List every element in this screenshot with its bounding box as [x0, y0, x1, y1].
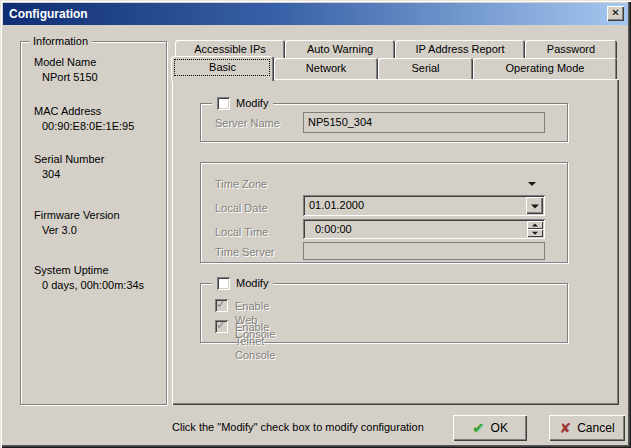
modify-console-checkbox[interactable]	[217, 277, 230, 290]
close-button[interactable]: ✕	[607, 6, 624, 21]
server-name-input[interactable]: NP5150_304	[303, 112, 545, 133]
check-icon: ✓	[216, 297, 226, 311]
info-value: 304	[34, 167, 104, 182]
info-value: 0 days, 00h:00m:34s	[34, 278, 144, 293]
tab-label: IP Address Report	[415, 43, 504, 55]
tab-focus-rect	[174, 59, 270, 76]
enable-web-console-checkbox[interactable]: ✓	[215, 299, 228, 312]
ok-button[interactable]: ✔ OK	[453, 415, 527, 441]
local-time-value: 0:00:00	[315, 219, 352, 239]
info-field-firmware-version: Firmware Version Ver 3.0	[34, 208, 120, 238]
time-zone-combo[interactable]	[303, 173, 545, 191]
tab-operating-mode[interactable]: Operating Mode	[473, 58, 617, 79]
info-field-serial-number: Serial Number 304	[34, 152, 104, 182]
local-time-spinner[interactable]: 0:00:00	[303, 219, 545, 239]
window-title: Configuration	[9, 7, 88, 21]
time-server-label: Time Server	[215, 245, 275, 259]
tab-label: Password	[547, 43, 595, 55]
tab-label: Network	[306, 62, 346, 74]
chevron-down-icon	[532, 232, 538, 235]
tab-label: Accessible IPs	[194, 43, 266, 55]
cancel-button[interactable]: ✘ Cancel	[549, 415, 625, 441]
tab-ip-address-report[interactable]: IP Address Report	[395, 40, 525, 59]
server-name-value: NP5150_304	[308, 116, 372, 128]
tab-network[interactable]: Network	[274, 58, 378, 79]
footer-hint-text: Click the "Modify" check box to modify c…	[172, 414, 424, 440]
info-label: Firmware Version	[34, 208, 120, 223]
spin-up-button[interactable]	[527, 221, 543, 229]
tab-label: Serial	[411, 62, 439, 74]
info-label: System Uptime	[34, 263, 144, 278]
time-server-input[interactable]	[303, 242, 545, 260]
chevron-down-icon	[531, 204, 539, 208]
modify-server-checkbox-row[interactable]: Modify	[212, 96, 273, 110]
chevron-up-icon	[532, 224, 538, 227]
tab-label: Auto Warning	[307, 43, 373, 55]
local-time-label: Local Time	[215, 225, 268, 239]
modify-console-label: Modify	[236, 277, 268, 290]
tab-password[interactable]: Password	[525, 40, 617, 59]
info-value: Ver 3.0	[34, 223, 120, 238]
enable-telnet-console-label: Enable Telnet Console	[235, 320, 275, 362]
time-settings-group: Time Zone Local Date 01.01.2000 Local Ti…	[200, 162, 568, 263]
info-field-mac-address: MAC Address 00:90:E8:0E:1E:95	[34, 104, 134, 134]
information-group-title: Information	[29, 35, 92, 48]
tab-auto-warning[interactable]: Auto Warning	[285, 40, 395, 59]
server-name-label: Server Name	[215, 116, 280, 130]
info-field-model-name: Model Name NPort 5150	[34, 55, 98, 85]
local-date-value: 01.01.2000	[309, 195, 364, 216]
info-label: Serial Number	[34, 152, 104, 167]
local-date-combo[interactable]: 01.01.2000	[303, 195, 545, 216]
title-bar[interactable]: Configuration ✕	[3, 3, 628, 25]
info-value: 00:90:E8:0E:1E:95	[34, 119, 134, 134]
tab-label: Operating Mode	[506, 62, 585, 74]
information-group: Information Model Name NPort 5150 MAC Ad…	[20, 41, 167, 405]
info-field-system-uptime: System Uptime 0 days, 00h:00m:34s	[34, 263, 144, 293]
cancel-button-label: Cancel	[577, 421, 614, 435]
check-icon: ✓	[216, 318, 226, 332]
enable-telnet-console-checkbox[interactable]: ✓	[215, 320, 228, 333]
cancel-x-icon: ✘	[559, 420, 571, 436]
chevron-down-icon	[528, 182, 536, 186]
modify-server-checkbox[interactable]	[217, 97, 230, 110]
modify-console-checkbox-row[interactable]: Modify	[212, 276, 273, 290]
ok-button-label: OK	[491, 421, 508, 435]
local-date-label: Local Date	[215, 201, 268, 215]
local-date-dropdown-button[interactable]	[526, 197, 543, 214]
tab-basic[interactable]: Basic	[171, 56, 274, 81]
modify-server-label: Modify	[236, 97, 268, 110]
tab-serial[interactable]: Serial	[378, 58, 473, 79]
ok-check-icon: ✔	[472, 419, 485, 437]
spin-down-button[interactable]	[527, 229, 543, 237]
info-value: NPort 5150	[34, 70, 98, 85]
time-zone-label: Time Zone	[215, 177, 267, 191]
info-label: MAC Address	[34, 104, 134, 119]
info-label: Model Name	[34, 55, 98, 70]
close-icon: ✕	[611, 7, 619, 18]
configuration-dialog: Configuration ✕ Information Model Name N…	[0, 0, 631, 448]
